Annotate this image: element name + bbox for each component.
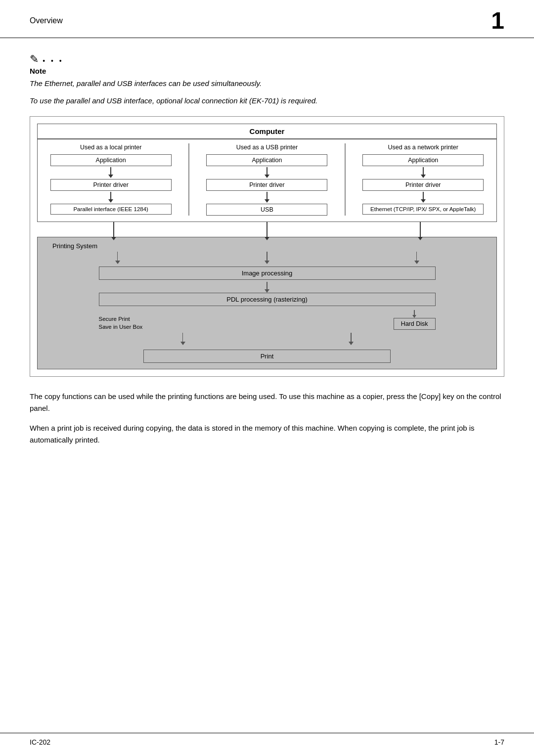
ps-arrow-2 <box>267 252 267 261</box>
col3-interface: Ethernet (TCP/IP, IPX/ SPX, or AppleTalk… <box>362 204 484 215</box>
print-box: Print <box>143 350 390 363</box>
secure-print-text: Secure Print Save in User Box <box>99 313 387 331</box>
printing-system-section: Printing System I <box>37 237 497 369</box>
note-pencil-icon: ✎ <box>30 53 39 66</box>
col2-usage: Used as a USB printer <box>236 143 298 151</box>
computer-col2: Used as a USB printer Application Printe… <box>198 143 336 216</box>
pdl-processing-box: PDL processing (rasterizing) <box>99 293 436 306</box>
note-dots: • • • <box>43 57 63 65</box>
note-label: Note <box>30 67 504 75</box>
note-text1: The Ethernet, parallel and USB interface… <box>30 78 504 89</box>
ps-arrow-1 <box>117 252 118 261</box>
header-title: Overview <box>30 16 63 25</box>
diagram: Computer Used as a local printer Applica… <box>30 116 504 377</box>
col-sep-2 <box>345 143 346 216</box>
col2-interface: USB <box>206 204 327 216</box>
ps-label: Printing System <box>52 242 97 250</box>
col1-printer-driver: Printer driver <box>50 179 172 191</box>
col1-application: Application <box>50 154 172 166</box>
col1-interface: Parallel interface (IEEE 1284) <box>50 204 172 215</box>
computer-header: Computer <box>37 124 497 139</box>
connector-2 <box>267 222 267 237</box>
chapter-number: 1 <box>491 9 504 33</box>
vert-connectors <box>37 222 497 237</box>
note-icon-row: ✎ • • • <box>30 53 504 67</box>
ps-arrow-3 <box>416 252 417 261</box>
computer-body: Used as a local printer Application Prin… <box>37 139 497 222</box>
footer-right: 1-7 <box>494 738 504 746</box>
connector-1 <box>113 222 114 237</box>
hard-disk-box: Hard Disk <box>394 318 436 330</box>
page-content: ✎ • • • Note The Ethernet, parallel and … <box>0 38 534 474</box>
connector-3 <box>420 222 421 237</box>
col1-usage: Used as a local printer <box>80 143 141 151</box>
page-header: Overview 1 <box>0 0 534 38</box>
computer-col3: Used as a network printer Application Pr… <box>355 143 492 215</box>
ps-label-row: Printing System <box>43 242 491 250</box>
col-sep-1 <box>188 143 189 216</box>
image-processing-box: Image processing <box>99 267 436 280</box>
ps-bottom-split: Secure Print Save in User Box Hard Disk <box>99 310 436 331</box>
col3-printer-driver: Printer driver <box>362 179 484 191</box>
col2-printer-driver: Printer driver <box>206 179 327 191</box>
col3-application: Application <box>362 154 484 166</box>
computer-col1: Used as a local printer Application Prin… <box>42 143 179 215</box>
ps-bottom-arrows <box>99 333 436 347</box>
col2-application: Application <box>206 154 327 166</box>
body-paragraph2: When a print job is received during copy… <box>30 422 504 446</box>
footer-left: IC-202 <box>30 738 50 746</box>
note-section: ✎ • • • Note The Ethernet, parallel and … <box>30 53 504 106</box>
ps-center-content: Image processing PDL processing (rasteri… <box>43 267 491 363</box>
body-paragraph1: The copy functions can be used while the… <box>30 391 504 414</box>
ps-three-arrows <box>43 252 491 267</box>
note-text2: To use the parallel and USB interface, o… <box>30 95 504 107</box>
col3-usage: Used as a network printer <box>388 143 458 151</box>
page: Overview 1 ✎ • • • Note The Ethernet, pa… <box>0 0 534 756</box>
page-footer: IC-202 1-7 <box>0 733 534 746</box>
